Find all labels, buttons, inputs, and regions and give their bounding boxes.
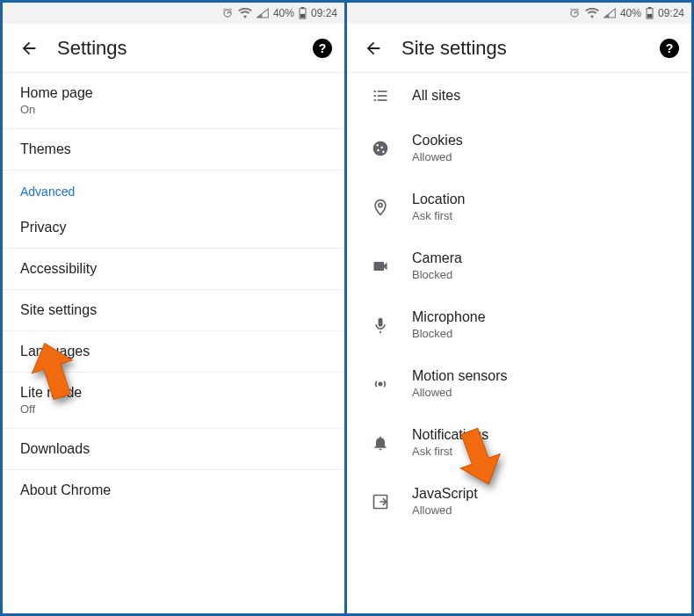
item-label: Privacy — [20, 220, 327, 236]
item-themes[interactable]: Themes — [3, 129, 344, 170]
row-microphone[interactable]: Microphone Blocked — [347, 295, 691, 354]
app-bar: Site settings ? — [347, 24, 691, 73]
help-button[interactable]: ? — [660, 39, 679, 58]
signal-icon — [604, 8, 616, 18]
settings-list: Home page On Themes Advanced Privacy Acc… — [3, 73, 344, 613]
battery-icon — [299, 7, 307, 19]
svg-rect-9 — [378, 95, 387, 97]
item-label: Site settings — [20, 302, 327, 318]
wifi-icon — [585, 8, 599, 18]
page-title: Settings — [57, 37, 313, 60]
help-button[interactable]: ? — [313, 39, 332, 58]
battery-icon — [646, 7, 654, 19]
phone-right: 40% 09:24 Site settings ? All sites Cook… — [347, 0, 694, 616]
list-icon — [363, 87, 398, 105]
item-label: Downloads — [20, 441, 327, 457]
motion-icon — [363, 375, 398, 393]
item-label: Lite mode — [20, 385, 327, 401]
row-label: Motion sensors — [412, 368, 508, 384]
item-sub: On — [20, 103, 327, 116]
svg-rect-7 — [378, 91, 387, 92]
svg-rect-10 — [374, 99, 377, 101]
row-label: JavaScript — [412, 486, 478, 502]
row-notifications[interactable]: Notifications Ask first — [347, 413, 691, 472]
page-title: Site settings — [401, 37, 660, 60]
item-languages[interactable]: Languages — [3, 331, 344, 373]
item-downloads[interactable]: Downloads — [3, 429, 344, 470]
svg-point-13 — [379, 382, 381, 385]
row-cookies[interactable]: Cookies Allowed — [347, 119, 691, 178]
microphone-icon — [363, 316, 398, 334]
phone-left: 40% 09:24 Settings ? Home page On Themes… — [0, 0, 347, 616]
svg-rect-4 — [648, 7, 652, 9]
row-sub: Blocked — [412, 268, 462, 281]
clock: 09:24 — [311, 7, 337, 19]
row-label: Camera — [412, 250, 462, 266]
item-about-chrome[interactable]: About Chrome — [3, 470, 344, 511]
wifi-icon — [238, 8, 252, 18]
arrow-left-icon — [364, 39, 383, 58]
row-camera[interactable]: Camera Blocked — [347, 236, 691, 295]
item-lite-mode[interactable]: Lite mode Off — [3, 373, 344, 429]
svg-rect-2 — [300, 14, 305, 18]
svg-rect-8 — [374, 95, 377, 97]
svg-rect-6 — [374, 91, 377, 92]
status-bar: 40% 09:24 — [3, 3, 344, 24]
alarm-icon — [568, 7, 581, 19]
row-javascript[interactable]: JavaScript Allowed — [347, 472, 691, 531]
item-label: About Chrome — [20, 482, 327, 498]
section-advanced: Advanced — [3, 170, 344, 207]
svg-rect-11 — [378, 99, 387, 101]
item-home-page[interactable]: Home page On — [3, 73, 344, 129]
svg-point-12 — [379, 203, 382, 207]
arrow-left-icon — [19, 39, 39, 58]
location-icon — [363, 199, 398, 216]
site-settings-list: All sites Cookies Allowed Location Ask f… — [347, 73, 691, 613]
svg-rect-5 — [647, 14, 652, 18]
item-label: Languages — [20, 344, 327, 359]
row-label: Location — [412, 192, 466, 207]
item-site-settings[interactable]: Site settings — [3, 290, 344, 331]
camera-icon — [363, 257, 398, 275]
status-bar: 40% 09:24 — [347, 3, 691, 24]
row-sub: Ask first — [412, 209, 466, 222]
svg-rect-1 — [301, 7, 305, 9]
row-sub: Allowed — [412, 150, 463, 163]
back-button[interactable] — [356, 31, 391, 66]
row-motion-sensors[interactable]: Motion sensors Allowed — [347, 354, 691, 413]
app-bar: Settings ? — [3, 24, 344, 73]
item-label: Themes — [20, 141, 327, 157]
row-sub: Ask first — [412, 445, 488, 458]
row-all-sites[interactable]: All sites — [347, 73, 691, 119]
row-label: Microphone — [412, 309, 486, 325]
clock: 09:24 — [658, 7, 684, 19]
row-label: All sites — [412, 88, 460, 104]
row-sub: Allowed — [412, 386, 508, 399]
row-sub: Blocked — [412, 327, 486, 340]
row-location[interactable]: Location Ask first — [347, 178, 691, 236]
row-label: Cookies — [412, 133, 463, 149]
item-label: Home page — [20, 85, 327, 101]
item-privacy[interactable]: Privacy — [3, 207, 344, 249]
javascript-icon — [363, 493, 398, 511]
item-label: Accessibility — [20, 261, 327, 277]
signal-icon — [257, 8, 269, 18]
alarm-icon — [221, 7, 234, 19]
battery-percentage: 40% — [620, 7, 641, 19]
battery-percentage: 40% — [273, 7, 294, 19]
row-sub: Allowed — [412, 504, 478, 517]
row-label: Notifications — [412, 427, 488, 443]
cookie-icon — [363, 140, 398, 157]
item-accessibility[interactable]: Accessibility — [3, 249, 344, 290]
back-button[interactable] — [11, 31, 47, 66]
item-sub: Off — [20, 402, 327, 416]
bell-icon — [363, 434, 398, 452]
